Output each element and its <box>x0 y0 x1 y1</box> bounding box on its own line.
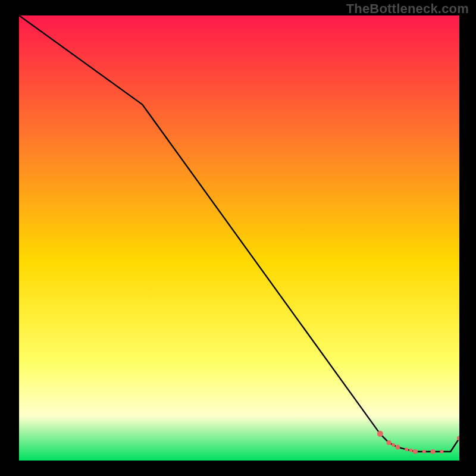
data-point <box>422 450 426 453</box>
chart-svg <box>19 15 459 461</box>
data-point <box>392 443 395 447</box>
data-point <box>409 449 413 452</box>
chart-frame: TheBottleneck.com <box>0 0 476 476</box>
data-point <box>387 440 392 445</box>
data-point <box>405 447 408 451</box>
data-point <box>440 450 443 453</box>
data-point <box>395 445 400 450</box>
data-point <box>413 449 418 454</box>
watermark-text: TheBottleneck.com <box>346 1 469 17</box>
plot-area <box>19 15 459 461</box>
data-point <box>377 431 383 437</box>
data-point <box>431 449 436 454</box>
